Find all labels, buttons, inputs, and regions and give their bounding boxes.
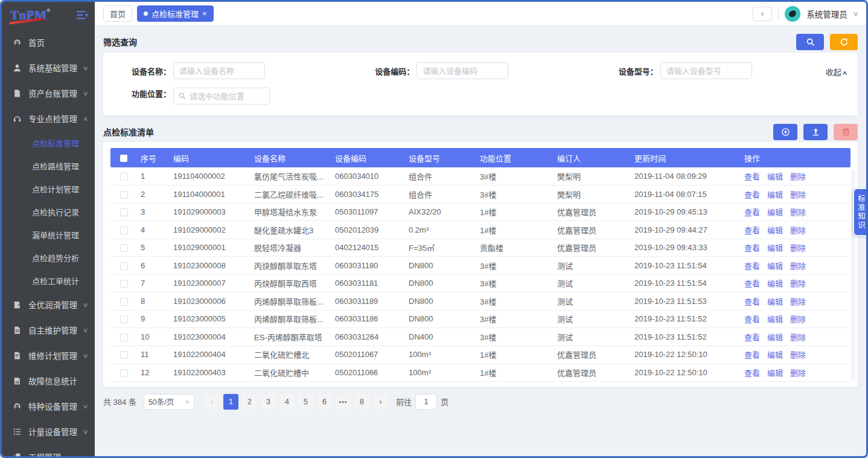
row-action-delete[interactable]: 删除 — [790, 350, 806, 360]
tabs-dropdown-button[interactable]: ∨ — [753, 7, 772, 21]
sidebar-item-10[interactable]: 点检工单统计 — [2, 269, 95, 292]
knowledge-side-tab[interactable]: 标准知识 — [853, 188, 868, 236]
page-button-1[interactable]: 1 — [223, 394, 238, 410]
sidebar-item-2[interactable]: 资产台账管理∨ — [2, 80, 95, 106]
row-action-edit[interactable]: 编辑 — [767, 315, 783, 324]
sidebar-item-12[interactable]: 自主维护管理∨ — [2, 317, 95, 343]
row-action-view[interactable]: 查看 — [744, 244, 760, 253]
next-page-button[interactable]: › — [373, 394, 388, 410]
delete-button[interactable] — [834, 124, 858, 140]
row-action-edit[interactable]: 编辑 — [767, 369, 783, 378]
sidebar-item-7[interactable]: 点检执行记录 — [2, 200, 95, 223]
row-action-edit[interactable]: 编辑 — [767, 350, 783, 360]
more-pages-button[interactable]: ••• — [336, 394, 351, 410]
row-action-view[interactable]: 查看 — [744, 333, 760, 342]
sidebar-item-13[interactable]: 维修计划管理∨ — [2, 343, 95, 368]
sidebar-item-11[interactable]: 全优润滑管理∨ — [2, 292, 95, 317]
row-action-delete[interactable]: 删除 — [790, 297, 806, 306]
collapse-filters-link[interactable]: 收起∧ — [826, 66, 847, 77]
row-action-delete[interactable]: 删除 — [790, 208, 806, 217]
page-button-6[interactable]: 6 — [317, 394, 332, 410]
row-action-view[interactable]: 查看 — [744, 279, 760, 288]
sidebar-item-16[interactable]: 计量设备管理∨ — [2, 419, 95, 444]
row-checkbox[interactable] — [120, 227, 128, 234]
avatar[interactable] — [785, 6, 800, 22]
row-action-delete[interactable]: 删除 — [790, 190, 806, 199]
row-checkbox[interactable] — [120, 280, 128, 288]
row-action-edit[interactable]: 编辑 — [767, 172, 783, 181]
sidebar-item-4[interactable]: 点检标准管理 — [2, 131, 95, 154]
sidebar-item-8[interactable]: 漏单统计管理 — [2, 223, 95, 246]
row-action-edit[interactable]: 编辑 — [767, 262, 783, 271]
row-action-delete[interactable]: 删除 — [790, 279, 806, 288]
row-action-edit[interactable]: 编辑 — [767, 226, 783, 235]
row-action-edit[interactable]: 编辑 — [767, 190, 783, 199]
sidebar-item-14[interactable]: 故障信息统计 — [2, 368, 95, 393]
row-checkbox[interactable] — [120, 334, 128, 341]
filter-field-input-0[interactable] — [173, 62, 265, 79]
row-action-delete[interactable]: 删除 — [790, 333, 806, 342]
sidebar-item-6[interactable]: 点检计划管理 — [2, 177, 95, 200]
row-action-view[interactable]: 查看 — [744, 172, 760, 181]
filter-field-input-1[interactable] — [416, 62, 508, 79]
collapse-menu-icon[interactable] — [77, 10, 88, 20]
tab-close-icon[interactable]: × — [202, 10, 207, 18]
row-action-view[interactable]: 查看 — [744, 297, 760, 306]
row-action-delete[interactable]: 删除 — [790, 226, 806, 235]
row-action-view[interactable]: 查看 — [744, 350, 760, 360]
row-checkbox[interactable] — [120, 244, 128, 252]
column-header: 更新时间 — [631, 148, 741, 167]
goto-page-input[interactable] — [415, 394, 437, 410]
sidebar-item-17[interactable]: 工程管理 — [2, 444, 95, 456]
row-checkbox[interactable] — [120, 351, 128, 359]
row-action-delete[interactable]: 删除 — [790, 369, 806, 378]
row-checkbox[interactable] — [120, 298, 128, 306]
row-action-delete[interactable]: 删除 — [790, 262, 806, 271]
row-action-view[interactable]: 查看 — [744, 226, 760, 235]
row-action-view[interactable]: 查看 — [744, 369, 760, 378]
table-card: 序号编码设备名称设备编码设备型号功能位置编订人更新时间操作 1191104000… — [103, 142, 858, 387]
row-action-edit[interactable]: 编辑 — [767, 208, 783, 217]
row-checkbox[interactable] — [120, 369, 128, 377]
sidebar-item-0[interactable]: 首页 — [2, 30, 95, 55]
search-button[interactable] — [796, 34, 824, 50]
add-button[interactable] — [773, 124, 797, 140]
page-size-select[interactable]: 50条/页 ∨ — [144, 394, 194, 410]
row-action-view[interactable]: 查看 — [744, 208, 760, 217]
function-location-input[interactable] — [173, 88, 270, 105]
sidebar-item-3[interactable]: 专业点检管理∧ — [2, 106, 95, 131]
page-button-4[interactable]: 4 — [279, 394, 295, 410]
row-action-edit[interactable]: 编辑 — [767, 297, 783, 306]
row-checkbox[interactable] — [120, 191, 128, 199]
row-action-view[interactable]: 查看 — [744, 315, 760, 324]
user-menu-chevron-down-icon[interactable]: ∨ — [852, 10, 858, 17]
page-button-5[interactable]: 5 — [298, 394, 313, 410]
row-checkbox[interactable] — [120, 315, 128, 323]
select-all-checkbox[interactable] — [120, 155, 127, 162]
page-button-2[interactable]: 2 — [242, 394, 257, 410]
refresh-button[interactable] — [830, 34, 858, 50]
row-action-view[interactable]: 查看 — [744, 262, 760, 271]
username[interactable]: 系统管理员 — [806, 8, 847, 20]
upload-button[interactable] — [803, 124, 828, 140]
row-action-edit[interactable]: 编辑 — [767, 244, 783, 253]
page-button-3[interactable]: 3 — [261, 394, 276, 410]
row-action-edit[interactable]: 编辑 — [767, 333, 783, 342]
filter-field-input-2[interactable] — [660, 62, 752, 79]
sidebar-item-15[interactable]: 特种设备管理∨ — [2, 393, 95, 419]
row-action-delete[interactable]: 删除 — [790, 172, 806, 181]
row-checkbox[interactable] — [120, 208, 128, 216]
sidebar-item-9[interactable]: 点检趋势分析 — [2, 246, 95, 269]
row-action-delete[interactable]: 删除 — [790, 244, 806, 253]
page-button-8[interactable]: 8 — [354, 394, 369, 410]
tab-home[interactable]: 首页 — [103, 5, 132, 22]
prev-page-button[interactable]: ‹ — [205, 394, 220, 410]
sidebar-item-5[interactable]: 点检路线管理 — [2, 154, 95, 177]
row-checkbox[interactable] — [120, 173, 128, 181]
row-checkbox[interactable] — [120, 262, 128, 270]
row-action-delete[interactable]: 删除 — [790, 315, 806, 324]
row-action-edit[interactable]: 编辑 — [767, 279, 783, 288]
sidebar-item-1[interactable]: 系统基础管理∨ — [2, 55, 95, 80]
row-action-view[interactable]: 查看 — [744, 190, 760, 199]
tab-inspection-standard[interactable]: 点检标准管理 × — [137, 5, 214, 22]
